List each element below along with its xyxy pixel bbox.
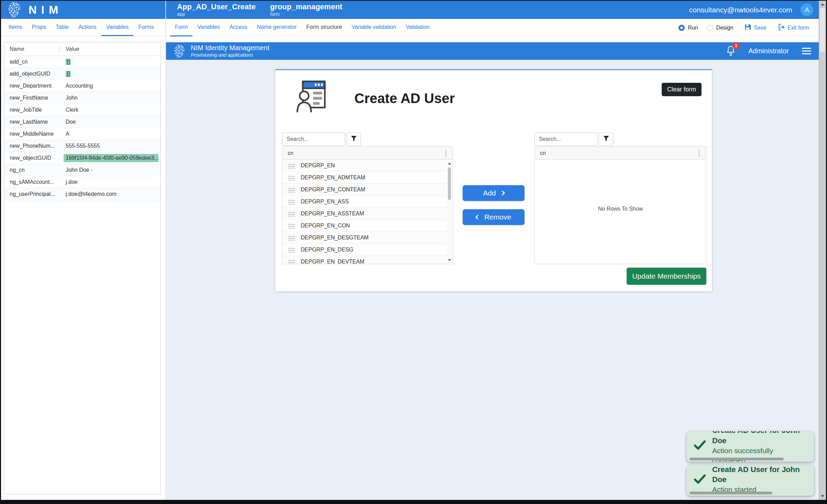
form-tab[interactable]: Variables	[192, 19, 225, 36]
drag-handle-icon[interactable]	[288, 235, 295, 241]
group-row[interactable]: DEPGRP_EN_CON	[283, 220, 453, 232]
remove-button[interactable]: Remove	[463, 209, 525, 225]
table-row[interactable]: add_cn []	[4, 56, 161, 68]
drag-handle-icon[interactable]	[288, 223, 295, 229]
drag-handle-icon[interactable]	[288, 247, 295, 253]
sidebar-tab[interactable]: Items	[4, 19, 27, 36]
table-row[interactable]: new_MiddleName A	[4, 128, 161, 140]
design-radio[interactable]: Design	[707, 25, 734, 31]
group-name: DEPGRP_EN_CON	[301, 223, 350, 229]
brand-name: NIM	[29, 3, 63, 16]
toast-progress-bar	[690, 458, 784, 460]
chevron-right-icon	[500, 191, 505, 195]
hamburger-menu-icon[interactable]	[801, 46, 812, 56]
column-resize-handle[interactable]	[445, 149, 446, 157]
run-radio[interactable]: Run	[679, 25, 698, 31]
column-divider[interactable]	[59, 45, 59, 53]
scroll-up-button[interactable]	[447, 161, 452, 166]
form-tab[interactable]: Form	[170, 19, 192, 36]
variables-table-header: Name Value	[4, 42, 161, 56]
selected-groups-grid: cn No Rows To Show	[534, 146, 706, 264]
user-role-menu[interactable]: Administrator	[748, 47, 789, 55]
main-panel: App_AD_User_Create app group_management …	[166, 1, 819, 500]
table-row[interactable]: new_JobTitle Clerk	[4, 104, 161, 116]
table-row[interactable]: ng_userPrincipal... j.doe@t4edemo.com	[4, 188, 161, 200]
drag-handle-icon[interactable]	[288, 259, 295, 264]
sidebar-tab[interactable]: Table	[51, 19, 74, 36]
scroll-down-button[interactable]	[447, 258, 452, 262]
drag-handle-icon[interactable]	[288, 211, 295, 217]
group-row[interactable]: DEPGRP_EN_ASS	[283, 196, 453, 208]
sidebar-tab[interactable]: Forms	[133, 19, 158, 36]
scroll-up-button[interactable]	[819, 1, 826, 8]
notifications-button[interactable]: 1	[726, 45, 736, 57]
table-row[interactable]: ng_sAMAccount... j.doe	[4, 176, 161, 188]
toast-notification[interactable]: Create AD User for John Doe Action start…	[687, 465, 814, 496]
form-tab[interactable]: Name generator	[252, 19, 301, 36]
toast-notification[interactable]: Create AD User for John Doe Action succe…	[687, 431, 814, 462]
group-row[interactable]: DEPGRP_EN_DESGTEAM	[283, 232, 453, 244]
variable-name: new_FirstName	[4, 95, 60, 101]
variable-name: new_JobTitle	[4, 107, 60, 113]
form-breadcrumb[interactable]: group_management form	[270, 2, 342, 17]
form-tab[interactable]: Access	[225, 19, 252, 36]
group-row[interactable]: DEPGRP_EN	[283, 160, 453, 172]
grid-column-header[interactable]: cn	[283, 147, 453, 160]
exit-form-button[interactable]: Exit form	[778, 23, 809, 32]
variables-table: Name Value add_cn [] add_objectGUID	[4, 42, 161, 494]
sidebar-tab[interactable]: Actions	[74, 19, 101, 36]
group-row[interactable]: DEPGRP_EN_DEVTEAM	[283, 256, 453, 264]
scroll-down-button[interactable]	[819, 493, 826, 499]
success-check-icon	[694, 440, 706, 452]
sidebar-tabs: Items Props Table Actions Variables	[1, 19, 165, 36]
group-row[interactable]: DEPGRP_EN_DESG	[283, 244, 453, 256]
selected-search-input[interactable]	[534, 133, 597, 146]
drag-handle-icon[interactable]	[288, 199, 295, 205]
value-column-header[interactable]: Value	[60, 46, 79, 52]
form-tab[interactable]: Form structure	[301, 19, 347, 36]
table-row[interactable]: add_objectGUID []	[4, 68, 161, 80]
variables-table-rows: add_cn [] add_objectGUID [] new_De	[4, 56, 161, 200]
update-memberships-button[interactable]: Update Memberships	[627, 268, 706, 285]
table-row[interactable]: new_LastName Doe	[4, 116, 161, 128]
variable-name: new_LastName	[4, 119, 60, 125]
drag-handle-icon[interactable]	[288, 163, 295, 169]
variable-name: new_Department	[4, 83, 60, 89]
scrollbar-thumb[interactable]	[448, 167, 451, 200]
clear-form-button[interactable]: Clear form	[662, 83, 702, 96]
avatar[interactable]: A	[801, 3, 813, 16]
table-row[interactable]: ng_cn John Doe -	[4, 164, 161, 176]
variable-value: 169f15f4-84de-45f0-ae90-059edee3...	[60, 154, 161, 162]
nim-logo-icon	[173, 44, 186, 58]
add-button[interactable]: Add	[463, 185, 525, 201]
group-row[interactable]: DEPGRP_EN_ADMTEAM	[283, 172, 453, 184]
toast-text: Create AD User for John Doe Action start…	[712, 465, 807, 496]
save-button[interactable]: Save	[744, 23, 766, 32]
table-row[interactable]: new_Department Accounting	[4, 80, 161, 92]
available-search-input[interactable]	[282, 133, 345, 146]
user-email: consultancy@nwtools4ever.com	[689, 6, 792, 14]
user-card-icon	[295, 79, 328, 113]
group-row[interactable]: DEPGRP_EN_ASSTEAM	[283, 208, 453, 220]
grid-scrollbar	[447, 160, 452, 263]
available-filter-button[interactable]	[346, 133, 361, 146]
column-resize-handle[interactable]	[699, 149, 699, 157]
variable-name: new_MiddleName	[4, 131, 60, 137]
sidebar-tab[interactable]: Props	[27, 19, 51, 36]
app-breadcrumb[interactable]: App_AD_User_Create app	[177, 2, 256, 17]
toast-progress-bar	[690, 492, 772, 494]
selected-filter-button[interactable]	[599, 133, 613, 146]
table-row[interactable]: new_objectGUID 169f15f4-84de-45f0-ae90-0…	[4, 152, 161, 164]
grid-column-header[interactable]: cn	[535, 147, 706, 160]
nim-app-bar: NIM Identity Management Provisioning and…	[166, 42, 819, 60]
drag-handle-icon[interactable]	[288, 175, 295, 181]
table-row[interactable]: new_PhoneNum... 555-555-5555	[4, 140, 161, 152]
form-tab[interactable]: Variable validation	[347, 19, 401, 36]
form-tab[interactable]: Validation	[401, 19, 434, 36]
name-column-header[interactable]: Name	[4, 46, 60, 52]
group-row[interactable]: DEPGRP_EN_CONTEAM	[283, 184, 453, 196]
drag-handle-icon[interactable]	[288, 187, 295, 193]
sidebar-tab[interactable]: Variables	[101, 19, 134, 36]
scrollbar-thumb[interactable]	[820, 8, 825, 52]
table-row[interactable]: new_FirstName John	[4, 92, 161, 104]
